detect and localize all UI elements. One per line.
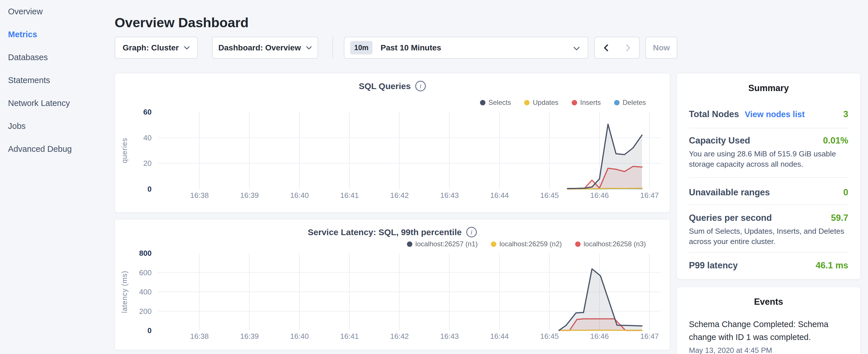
svg-text:latency (ms): latency (ms) [120,271,128,313]
svg-text:40: 40 [143,133,152,142]
svg-text:20: 20 [143,159,152,167]
svg-text:16:47: 16:47 [640,332,659,341]
svg-text:16:38: 16:38 [190,332,209,341]
summary-description: You are using 28.6 MiB of 515.9 GiB usab… [689,149,848,169]
divider [689,204,848,205]
time-pager [594,37,640,59]
svg-text:16:38: 16:38 [190,191,209,200]
sidebar-nav: Overview Metrics Databases Statements Ne… [0,0,115,160]
summary-value: 0.01% [823,135,848,146]
sidebar-item-overview[interactable]: Overview [8,0,115,23]
time-prev-button[interactable] [595,37,617,58]
svg-text:16:41: 16:41 [340,191,359,200]
sidebar-item-databases[interactable]: Databases [8,46,115,69]
time-window-selector[interactable]: 10m Past 10 Minutes [344,37,588,59]
service-latency-plot: 020040060080016:3816:3916:4016:4116:4216… [115,219,670,350]
svg-text:800: 800 [139,249,152,257]
service-latency-chart-card: Service Latency: SQL, 99th percentile i … [115,219,670,350]
divider [689,177,848,178]
now-button[interactable]: Now [645,37,677,59]
summary-row-queries-per-second: Queries per second 59.7 [689,213,848,223]
summary-row-total-nodes: Total Nodes View nodes list 3 [689,109,848,120]
now-button-label: Now [653,43,670,53]
summary-row-unavailable-ranges: Unavailable ranges 0 [689,187,848,198]
sidebar-item-jobs[interactable]: Jobs [8,115,115,137]
svg-text:16:45: 16:45 [540,332,559,341]
svg-text:16:43: 16:43 [440,332,459,341]
summary-value: 0 [843,187,848,198]
divider [689,252,848,253]
svg-text:16:39: 16:39 [240,332,259,341]
chevron-left-icon [603,44,609,52]
dashboard-dropdown-label: Dashboard: Overview [218,43,301,53]
event-timestamp: May 13, 2020 at 4:45 PM [689,346,848,354]
summary-label: Unavailable ranges [689,187,770,198]
svg-text:16:45: 16:45 [540,191,559,200]
svg-text:16:40: 16:40 [290,332,309,341]
summary-value: 59.7 [831,213,848,223]
toolbar-divider [333,37,333,59]
svg-text:16:42: 16:42 [390,191,409,200]
svg-text:16:43: 16:43 [440,191,459,200]
summary-row-p99-latency: P99 latency 46.1 ms [689,260,848,271]
sql-queries-plot: 020406016:3816:3916:4016:4116:4216:4316:… [115,73,670,213]
summary-label: Queries per second [689,213,772,223]
graph-source-dropdown[interactable]: Graph: Cluster [115,37,198,59]
svg-text:16:44: 16:44 [490,191,509,200]
svg-text:16:42: 16:42 [390,332,409,341]
svg-text:400: 400 [139,288,152,296]
svg-text:16:47: 16:47 [640,191,659,200]
chevron-down-icon [574,47,580,51]
chevron-down-icon [184,46,190,50]
svg-text:16:41: 16:41 [340,332,359,341]
svg-text:16:40: 16:40 [290,191,309,200]
summary-title: Summary [689,83,848,93]
divider [689,128,848,128]
svg-text:16:44: 16:44 [490,332,509,341]
time-window-badge: 10m [350,41,373,55]
sidebar-item-advanced-debug[interactable]: Advanced Debug [8,137,115,160]
time-window-label: Past 10 Minutes [380,43,441,53]
graph-dropdown-label: Graph: Cluster [123,43,179,53]
summary-row-capacity-used: Capacity Used 0.01% [689,135,848,146]
summary-panel: Summary Total Nodes View nodes list 3 Ca… [677,73,861,279]
summary-value: 3 [843,109,848,120]
svg-text:60: 60 [143,108,152,116]
chevron-right-icon [626,44,631,52]
summary-label: Total Nodes [689,109,739,120]
events-panel: Events Schema Change Completed: Schema c… [677,287,861,354]
events-title: Events [689,297,848,307]
svg-text:16:46: 16:46 [590,332,609,341]
svg-text:200: 200 [139,307,152,316]
sidebar-item-statements[interactable]: Statements [8,69,115,92]
svg-text:queries: queries [120,138,128,163]
summary-label: Capacity Used [689,135,750,146]
sidebar-item-metrics[interactable]: Metrics [8,23,115,46]
svg-text:16:46: 16:46 [590,191,609,200]
sql-queries-chart-card: SQL Queries i SelectsUpdatesInsertsDelet… [115,73,670,213]
page-title: Overview Dashboard [115,14,249,30]
dashboard-dropdown[interactable]: Dashboard: Overview [212,37,318,59]
view-nodes-list-link[interactable]: View nodes list [745,110,805,119]
app-root: Overview Metrics Databases Statements Ne… [0,0,868,354]
svg-text:0: 0 [148,326,152,335]
svg-text:0: 0 [148,185,152,193]
summary-description: Sum of Selects, Updates, Inserts, and De… [689,226,848,247]
summary-label: P99 latency [689,260,738,271]
chevron-down-icon [306,46,312,50]
svg-text:600: 600 [139,268,152,277]
svg-text:16:39: 16:39 [240,191,259,200]
time-next-button[interactable] [617,37,639,58]
summary-value: 46.1 ms [815,260,848,271]
sidebar-item-network-latency[interactable]: Network Latency [8,92,115,115]
event-message: Schema Change Completed: Schema change w… [689,318,848,344]
